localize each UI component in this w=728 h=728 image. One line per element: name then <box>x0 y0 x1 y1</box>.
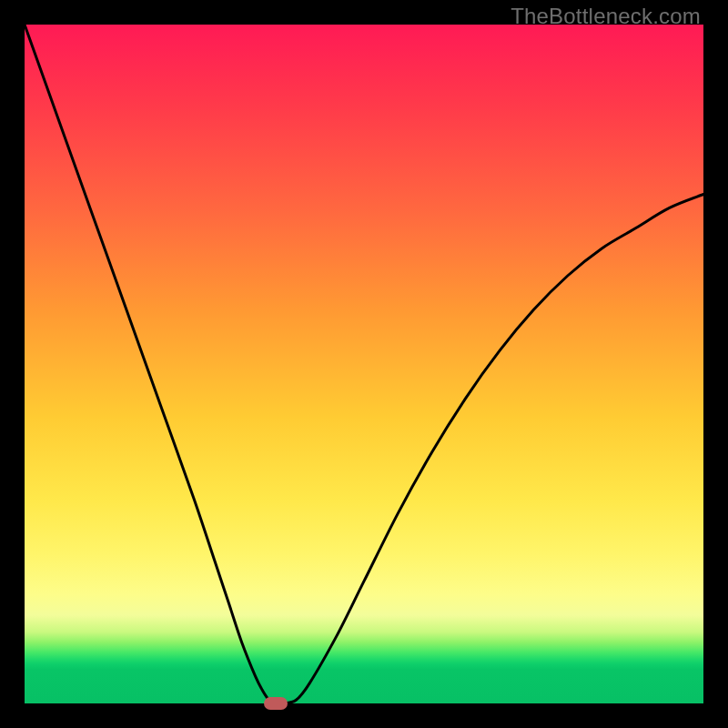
bottleneck-curve <box>25 25 703 703</box>
watermark-text: TheBottleneck.com <box>511 4 701 29</box>
optimal-marker <box>264 697 288 710</box>
chart-frame: TheBottleneck.com <box>0 0 728 728</box>
curve-path <box>25 25 703 703</box>
